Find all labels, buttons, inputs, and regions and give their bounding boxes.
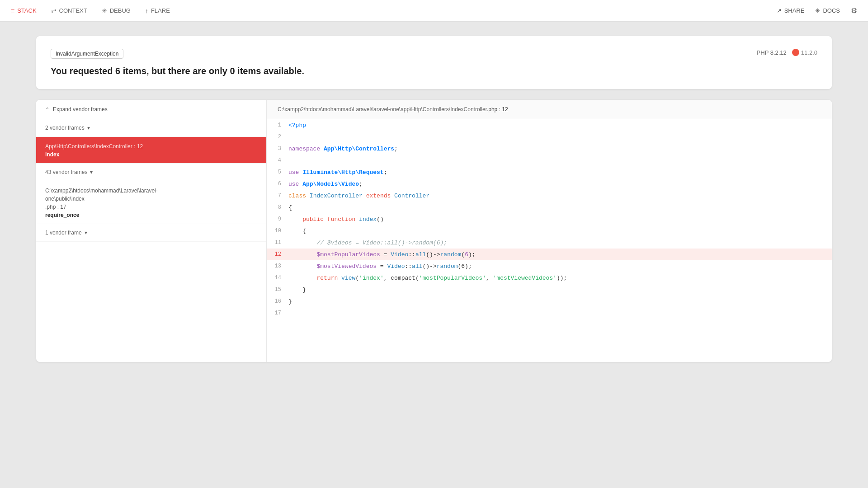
line-number: 17 [267, 307, 288, 319]
laravel-version: 11.2.0 [792, 49, 817, 56]
code-token [288, 216, 302, 223]
line-number: 15 [267, 284, 288, 296]
code-line: // $videos = Video::all()->random(6); [288, 237, 832, 249]
code-token: ( [461, 251, 465, 258]
code-line: class IndexController extends Controller [288, 190, 832, 202]
code-view[interactable]: 1<?php2 3namespace App\Http\Controllers;… [267, 119, 832, 362]
stack-panel: Expand vendor frames 2 vendor frames App… [36, 100, 832, 362]
php-version: PHP 8.2.12 [757, 49, 787, 56]
code-token: , [486, 275, 493, 282]
code-line: namespace App\Http\Controllers; [288, 143, 832, 155]
code-view-panel: C:\xampp2\htdocs\mohammad\Laravel\larave… [267, 100, 832, 362]
code-token: 'mostViewedVideos' [493, 275, 557, 282]
code-token [288, 275, 316, 282]
exception-card: InvalidArgumentException You requested 6… [36, 36, 832, 89]
code-line [288, 131, 832, 143]
table-row: 8{ [267, 202, 832, 213]
vendor-frames-bot-label: 1 vendor frame [45, 230, 82, 236]
code-file-path-text: C:\xampp2\htdocs\mohammad\Laravel\larave… [278, 106, 487, 113]
code-token [324, 216, 327, 223]
chevron-down-icon-top [87, 125, 90, 131]
code-token: index [359, 216, 377, 223]
chevron-down-icon-mid [90, 169, 93, 175]
share-button[interactable]: ↗ SHARE [777, 7, 805, 14]
table-row: 17 [267, 307, 832, 319]
nav-context[interactable]: ⇄ CONTEXT [51, 7, 87, 14]
code-file-path: C:\xampp2\htdocs\mohammad\Laravel\larave… [267, 100, 832, 119]
main-content: InvalidArgumentException You requested 6… [0, 22, 868, 376]
line-number: 1 [267, 119, 288, 131]
nav-stack-label: STACK [17, 7, 36, 14]
frame-public-index[interactable]: C:\xampp2\htdocs\mohammad\Laravel\larave… [36, 181, 266, 224]
line-number: 8 [267, 202, 288, 213]
code-token: , compact( [384, 275, 419, 282]
code-token: 'index' [359, 275, 384, 282]
code-token: )); [557, 275, 567, 282]
nav-debug-label: DEBUG [110, 7, 131, 14]
frame-public-index-method: require_once [45, 212, 257, 218]
code-token: return [316, 275, 338, 282]
line-number: 4 [267, 155, 288, 166]
code-token: :: [408, 251, 415, 258]
code-line: use Illuminate\Http\Request; [288, 166, 832, 178]
code-token: random [437, 263, 458, 270]
expand-vendor-button[interactable]: Expand vendor frames [36, 100, 266, 119]
line-number: 3 [267, 143, 288, 155]
code-line: public function index() [288, 213, 832, 225]
code-token: () [377, 216, 384, 223]
code-token [338, 275, 341, 282]
code-token: namespace [288, 145, 320, 152]
code-token: class [288, 192, 306, 199]
frames-list: Expand vendor frames 2 vendor frames App… [36, 100, 267, 362]
nav-context-label: CONTEXT [59, 7, 87, 14]
flare-icon: ↑ [145, 7, 148, 14]
table-row: 7class IndexController extends Controlle… [267, 190, 832, 202]
code-table: 1<?php2 3namespace App\Http\Controllers;… [267, 119, 832, 319]
code-token: public [302, 216, 324, 223]
exception-header: InvalidArgumentException You requested 6… [51, 49, 817, 76]
top-nav: ≡ STACK ⇄ CONTEXT ✳ DEBUG ↑ FLARE ↗ SHAR… [0, 0, 868, 22]
table-row: 6use App\Models\Video; [267, 178, 832, 190]
code-line: $mostPopularVideos = Video::all()->rando… [288, 249, 832, 260]
frame-index-controller[interactable]: App\Http\Controllers\IndexController : 1… [36, 137, 266, 164]
frame-index-controller-path: App\Http\Controllers\IndexController : 1… [45, 142, 257, 150]
frame-public-line: .php : 17 [45, 204, 66, 210]
nav-debug[interactable]: ✳ DEBUG [102, 7, 131, 14]
code-token: ; [384, 169, 387, 176]
code-token: $mostViewedVideos [316, 263, 377, 270]
code-token: ()-> [422, 263, 436, 270]
code-token: use [288, 169, 299, 176]
nav-right: ↗ SHARE ✳ DOCS ⚙ [777, 6, 857, 15]
code-token: Video [391, 251, 408, 258]
code-token [288, 263, 316, 270]
table-row: 11 // $videos = Video::all()->random(6); [267, 237, 832, 249]
code-token: Video [387, 263, 405, 270]
line-number: 14 [267, 272, 288, 284]
vendor-frames-bot[interactable]: 1 vendor frame [36, 224, 266, 242]
code-token: function [327, 216, 355, 223]
table-row: 14 return view('index', compact('mostPop… [267, 272, 832, 284]
code-token: } [288, 298, 292, 305]
line-number: 2 [267, 131, 288, 143]
settings-icon[interactable]: ⚙ [851, 6, 857, 15]
debug-icon: ✳ [102, 7, 107, 14]
code-token: view [341, 275, 355, 282]
code-token: { [288, 204, 292, 211]
code-line: { [288, 202, 832, 213]
context-icon: ⇄ [51, 7, 57, 14]
code-token: 6 [465, 251, 468, 258]
exception-message: You requested 6 items, but there are onl… [51, 66, 757, 76]
vendor-frames-mid[interactable]: 43 vendor frames [36, 164, 266, 181]
code-token: { [288, 228, 306, 235]
code-line: $mostViewedVideos = Video::all()->random… [288, 260, 832, 272]
frame-public-index-path: C:\xampp2\htdocs\mohammad\Laravel\larave… [45, 187, 257, 211]
docs-button[interactable]: ✳ DOCS [815, 7, 840, 14]
nav-flare[interactable]: ↑ FLARE [145, 7, 170, 14]
line-number: 7 [267, 190, 288, 202]
code-token [306, 192, 310, 199]
chevron-down-icon-bot [85, 230, 87, 236]
nav-stack[interactable]: ≡ STACK [11, 7, 37, 14]
vendor-frames-top[interactable]: 2 vendor frames [36, 119, 266, 137]
table-row: 12 $mostPopularVideos = Video::all()->ra… [267, 249, 832, 260]
exception-meta: PHP 8.2.12 11.2.0 [757, 49, 817, 56]
